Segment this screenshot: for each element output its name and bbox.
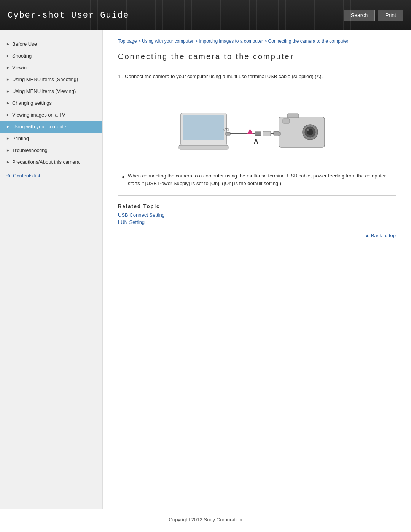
sidebar-item-label: Precautions/About this camera (12, 159, 80, 165)
sidebar-item-label: Changing settings (12, 100, 52, 106)
search-button[interactable]: Search (344, 10, 375, 21)
sidebar-item-viewing-tv[interactable]: ► Viewing images on a TV (0, 109, 102, 121)
sidebar-item-label: Troubleshooting (12, 147, 48, 153)
sidebar: ► Before Use ► Shooting ► Viewing ► Usin… (0, 30, 103, 509)
svg-rect-19 (274, 131, 279, 135)
sidebar-item-label: Viewing (12, 65, 29, 70)
breadcrumb-sep2: > (193, 38, 199, 44)
breadcrumb-sep3: > (263, 38, 268, 44)
sidebar-item-label: Using MENU items (Viewing) (12, 88, 76, 94)
arrow-right-icon: ➔ (6, 173, 11, 179)
sidebar-item-precautions[interactable]: ► Precautions/About this camera (0, 156, 102, 168)
breadcrumb-current: Connecting the camera to the computer (268, 38, 349, 44)
sidebar-item-label: Printing (12, 136, 29, 141)
arrow-icon: ► (6, 148, 10, 152)
sidebar-item-shooting[interactable]: ► Shooting (0, 50, 102, 62)
arrow-icon: ► (6, 160, 10, 164)
arrow-icon: ► (6, 77, 10, 81)
sidebar-item-changing-settings[interactable]: ► Changing settings (0, 97, 102, 109)
arrow-icon: ► (6, 54, 10, 58)
svg-rect-9 (263, 131, 271, 136)
sidebar-item-label: Before Use (12, 41, 37, 47)
footer: Copyright 2012 Sony Corporation 213 (0, 509, 411, 532)
page-number: 213 (0, 530, 411, 532)
sidebar-item-using-computer[interactable]: ► Using with your computer (0, 121, 102, 133)
sidebar-item-viewing[interactable]: ► Viewing (0, 62, 102, 73)
sidebar-item-printing[interactable]: ► Printing (0, 133, 102, 144)
note-text: When connecting the camera to a computer… (128, 172, 396, 188)
print-button[interactable]: Print (378, 10, 403, 21)
sidebar-item-label: Using MENU items (Shooting) (12, 77, 78, 82)
svg-rect-2 (179, 145, 228, 149)
section-divider (118, 195, 396, 196)
svg-text:A: A (254, 138, 258, 145)
svg-rect-5 (255, 132, 261, 136)
arrow-icon: ► (6, 42, 10, 46)
svg-text:⌫: ⌫ (223, 128, 229, 132)
connection-diagram: A ⌫ (177, 90, 337, 163)
arrow-icon: ► (6, 89, 10, 93)
main-content: Top page > Using with your computer > Im… (103, 30, 411, 509)
usb-connect-setting-link[interactable]: USB Connect Setting (118, 212, 396, 218)
note-section: ● When connecting the camera to a comput… (118, 172, 396, 188)
sidebar-item-label: Viewing images on a TV (12, 112, 65, 118)
sidebar-item-troubleshooting[interactable]: ► Troubleshooting (0, 144, 102, 156)
breadcrumb-sep1: > (137, 38, 142, 44)
arrow-icon: ► (6, 66, 10, 70)
contents-list-link[interactable]: ➔ Contents list (0, 168, 102, 183)
svg-rect-1 (183, 115, 224, 140)
arrow-icon: ► (6, 136, 10, 141)
breadcrumb-importing[interactable]: Importing images to a computer (199, 38, 263, 44)
contents-list-label: Contents list (13, 173, 40, 179)
back-to-top: ▲ Back to top (118, 233, 396, 238)
header-buttons: Search Print (344, 10, 403, 21)
related-topic-label: Related Topic (118, 203, 396, 209)
related-topic-section: Related Topic USB Connect Setting LUN Se… (118, 203, 396, 225)
sidebar-item-menu-viewing[interactable]: ► Using MENU items (Viewing) (0, 85, 102, 97)
main-layout: ► Before Use ► Shooting ► Viewing ► Usin… (0, 30, 411, 509)
breadcrumb-top-page[interactable]: Top page (118, 38, 137, 44)
sidebar-item-menu-shooting[interactable]: ► Using MENU items (Shooting) (0, 73, 102, 85)
bullet-icon: ● (122, 173, 125, 181)
arrow-icon: ► (6, 125, 10, 129)
arrow-icon: ► (6, 113, 10, 117)
app-title: Cyber-shot User Guide (8, 11, 129, 20)
footer-copyright: Copyright 2012 Sony Corporation (169, 517, 242, 522)
breadcrumb: Top page > Using with your computer > Im… (118, 38, 396, 45)
breadcrumb-using-computer[interactable]: Using with your computer (142, 38, 193, 44)
step-1-text: 1 . Connect the camera to your computer … (118, 73, 323, 79)
sidebar-item-label: Using with your computer (12, 124, 68, 129)
svg-point-15 (307, 129, 309, 131)
sidebar-item-before-use[interactable]: ► Before Use (0, 38, 102, 50)
svg-rect-16 (287, 114, 299, 118)
diagram-area: A ⌫ (118, 88, 396, 165)
sidebar-item-label: Shooting (12, 53, 32, 59)
header: Cyber-shot User Guide Search Print (0, 0, 411, 30)
page-title: Connecting the camera to the computer (118, 52, 396, 65)
lun-setting-link[interactable]: LUN Setting (118, 219, 396, 225)
svg-marker-6 (247, 129, 253, 134)
svg-rect-18 (283, 119, 290, 123)
step-1: 1 . Connect the camera to your computer … (118, 73, 396, 81)
back-to-top-link[interactable]: ▲ Back to top (365, 233, 396, 238)
svg-rect-3 (226, 132, 230, 135)
arrow-icon: ► (6, 101, 10, 105)
